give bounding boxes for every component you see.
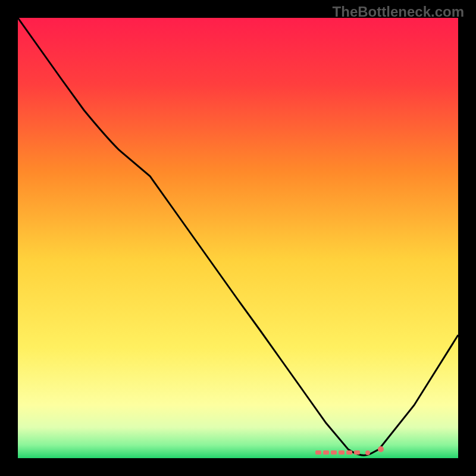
svg-rect-2 <box>323 450 329 455</box>
svg-rect-6 <box>354 450 360 455</box>
chart-curve-layer <box>18 18 458 458</box>
valley-markers <box>315 446 384 455</box>
svg-rect-1 <box>315 450 321 455</box>
plot-area <box>18 18 458 458</box>
svg-point-8 <box>378 446 384 452</box>
svg-point-7 <box>365 450 370 455</box>
svg-rect-4 <box>339 450 345 455</box>
chart-container: TheBottleneck.com <box>0 0 476 476</box>
svg-rect-3 <box>331 450 337 455</box>
watermark-text: TheBottleneck.com <box>333 4 464 20</box>
svg-rect-5 <box>346 450 352 455</box>
bottleneck-curve <box>18 18 458 455</box>
